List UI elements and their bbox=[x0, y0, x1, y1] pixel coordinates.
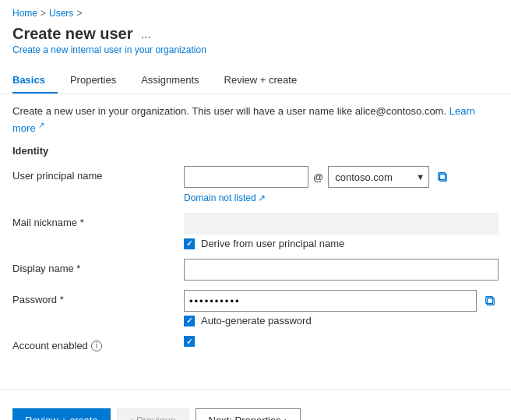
more-options-icon[interactable]: ... bbox=[141, 27, 151, 41]
mail-nickname-bg bbox=[184, 213, 499, 235]
display-name-control bbox=[184, 259, 499, 281]
copy-password-button[interactable] bbox=[481, 294, 499, 308]
derive-checkbox-label: Derive from user principal name bbox=[201, 238, 344, 249]
mail-nickname-control: Derive from user principal name bbox=[184, 213, 499, 249]
footer-divider bbox=[0, 389, 511, 390]
display-name-row: Display name * bbox=[12, 259, 499, 281]
password-label: Password * bbox=[12, 290, 184, 305]
page-subtitle: Create a new internal user in your organ… bbox=[12, 44, 499, 55]
account-enabled-row: Account enabled i bbox=[12, 336, 499, 358]
password-input[interactable] bbox=[184, 290, 477, 312]
derive-checkbox-row: Derive from user principal name bbox=[184, 238, 499, 249]
chevron-left-icon: ‹ bbox=[130, 415, 133, 420]
breadcrumb-home[interactable]: Home bbox=[12, 8, 37, 19]
tab-properties[interactable]: Properties bbox=[58, 68, 129, 94]
display-name-label: Display name * bbox=[12, 259, 184, 274]
content-area: Create a new user in your organization. … bbox=[0, 94, 511, 376]
account-enabled-info-icon[interactable]: i bbox=[91, 341, 102, 351]
upn-row: User principal name @ contoso.com ▼ bbox=[12, 166, 499, 203]
breadcrumb-sep1: > bbox=[41, 8, 46, 19]
external-link-small-icon: ↗ bbox=[258, 192, 266, 203]
account-enabled-label: Account enabled i bbox=[12, 336, 184, 351]
account-enabled-control bbox=[184, 336, 499, 347]
autogenerate-checkbox-row: Auto-generate password bbox=[184, 315, 499, 326]
mail-nickname-row: Mail nickname * Derive from user princip… bbox=[12, 213, 499, 249]
review-create-button[interactable]: Review + create bbox=[12, 408, 111, 420]
page-header: Create new user ... Create a new interna… bbox=[0, 22, 511, 62]
account-enabled-checkbox[interactable] bbox=[184, 336, 195, 347]
domain-not-listed-link[interactable]: Domain not listed ↗ bbox=[184, 192, 266, 203]
password-control: Auto-generate password bbox=[184, 290, 499, 326]
upn-control: @ contoso.com ▼ Domain not listed bbox=[184, 166, 499, 203]
password-row: Password * Auto-generate password bbox=[12, 290, 499, 326]
display-name-input[interactable] bbox=[184, 259, 499, 281]
autogenerate-label: Auto-generate password bbox=[201, 315, 312, 326]
domain-select[interactable]: contoso.com bbox=[328, 166, 429, 188]
tab-basics[interactable]: Basics bbox=[12, 68, 58, 94]
upn-input[interactable] bbox=[184, 166, 308, 188]
page-title: Create new user bbox=[12, 25, 133, 43]
chevron-right-icon: › bbox=[284, 415, 287, 420]
next-properties-button[interactable]: Next: Properties › bbox=[196, 408, 301, 420]
mail-nickname-label: Mail nickname * bbox=[12, 213, 184, 228]
copy-upn-button[interactable] bbox=[434, 170, 451, 184]
description-text: Create a new user in your organization. … bbox=[12, 104, 499, 136]
tabs-container: Basics Properties Assignments Review + c… bbox=[0, 68, 511, 94]
domain-select-wrapper: contoso.com ▼ bbox=[328, 166, 429, 188]
upn-label: User principal name bbox=[12, 166, 184, 182]
external-link-icon: ↗ bbox=[38, 121, 44, 129]
at-symbol: @ bbox=[313, 171, 323, 183]
breadcrumb-sep2: > bbox=[76, 8, 82, 19]
tab-assignments[interactable]: Assignments bbox=[129, 68, 211, 94]
footer: Review + create ‹ Previous Next: Propert… bbox=[0, 402, 511, 420]
identity-section-title: Identity bbox=[12, 145, 499, 157]
breadcrumb: Home > Users > bbox=[0, 0, 511, 22]
autogenerate-checkbox[interactable] bbox=[184, 316, 195, 326]
previous-button: ‹ Previous bbox=[117, 408, 189, 420]
tab-review-create[interactable]: Review + create bbox=[212, 68, 310, 94]
breadcrumb-users[interactable]: Users bbox=[49, 8, 73, 19]
derive-checkbox[interactable] bbox=[184, 238, 195, 249]
